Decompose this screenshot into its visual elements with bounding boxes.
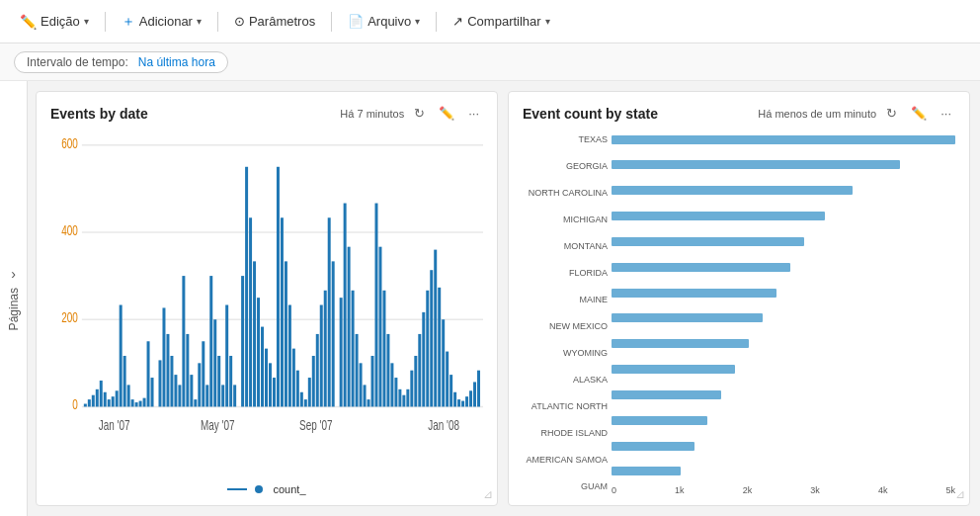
filter-value: Na última hora [138,55,215,69]
svg-rect-78 [371,356,374,406]
svg-rect-29 [170,356,173,406]
hbar-state-label: ALASKA [523,371,608,388]
chevron-down-icon-2: ▾ [197,16,202,27]
svg-rect-103 [469,390,472,406]
legend-dot [255,485,263,493]
svg-rect-36 [198,363,201,406]
svg-rect-28 [166,334,169,407]
hbar-x-label: 2k [743,485,753,495]
svg-rect-50 [257,298,260,406]
hbar-row [612,361,955,379]
svg-rect-13 [104,392,107,407]
hbar-row [612,335,955,353]
svg-rect-33 [186,334,189,407]
hbar-row [612,156,955,174]
toolbar: ✏️ Edição ▾ ＋ Adicionar ▾ ⊙ Parâmetros 📄… [0,0,980,43]
hbar-state-label: AMERICAN SAMOA [523,451,608,469]
separator-4 [436,12,437,32]
edit-icon-1[interactable]: ✏️ [435,104,458,123]
chart1-legend: count_ [50,483,483,495]
svg-rect-64 [312,356,315,406]
hbar-bar [612,442,694,451]
refresh-icon-1[interactable]: ↻ [410,104,429,123]
toolbar-share[interactable]: ↗ Compartilhar ▾ [445,10,557,33]
hbar-x-label: 5k [945,485,955,495]
svg-rect-60 [296,371,299,407]
svg-rect-23 [143,398,146,407]
svg-rect-67 [324,291,327,407]
svg-text:Sep '07: Sep '07 [299,417,332,433]
svg-text:600: 600 [61,135,78,151]
chevron-down-icon-3: ▾ [415,16,420,27]
plus-icon: ＋ [122,13,135,31]
svg-rect-56 [281,217,284,406]
svg-rect-69 [332,261,335,406]
svg-rect-102 [465,396,468,406]
more-icon-1[interactable]: ··· [464,104,483,123]
svg-rect-95 [438,288,441,407]
hbar-row [612,208,955,225]
hbar-bar [612,467,681,475]
separator-1 [105,12,106,32]
toolbar-add[interactable]: ＋ Adicionar ▾ [114,9,209,35]
svg-rect-87 [406,389,409,407]
hbar-bar [612,263,790,272]
hbar-row [612,258,955,276]
sidebar-toggle[interactable]: › Páginas [0,81,28,516]
hbar-bar [612,212,825,220]
toolbar-edit[interactable]: ✏️ Edição ▾ [12,10,97,34]
hbar-state-label: WYOMING [523,344,608,362]
hbar-chart-inner: TEXASGEORGIANORTH CAROLINAMICHIGANMONTAN… [523,130,955,495]
toolbar-add-label: Adicionar [139,14,193,29]
hbar-bar [612,365,735,374]
svg-rect-26 [159,360,162,406]
hbar-bar [612,390,721,399]
separator-2 [217,12,218,32]
svg-rect-35 [194,399,197,406]
hbar-row [612,411,955,429]
hbar-x-label: 4k [878,485,888,495]
time-filter-pill[interactable]: Intervalo de tempo: Na última hora [14,51,228,73]
refresh-icon-2[interactable]: ↻ [882,104,901,123]
resize-handle-2[interactable]: ⊿ [955,487,965,501]
hbar-state-label: RHODE ISLAND [523,424,608,442]
svg-rect-66 [320,305,323,407]
svg-rect-51 [261,327,264,407]
svg-rect-72 [348,247,351,407]
chart1-time: Há 7 minutos [340,108,404,120]
hbar-state-label: MAINE [523,291,608,308]
svg-rect-10 [92,395,95,407]
svg-rect-84 [394,378,397,406]
legend-label: count_ [273,483,305,495]
toolbar-params-label: Parâmetros [249,14,315,29]
svg-rect-70 [340,298,343,406]
edit-icon-2[interactable]: ✏️ [907,104,931,123]
toolbar-share-label: Compartilhar [467,14,540,29]
resize-handle-1[interactable]: ⊿ [483,487,493,501]
hbar-row [612,463,955,480]
toolbar-file[interactable]: 📄 Arquivo ▾ [340,10,428,33]
hbar-bar [612,237,804,246]
svg-rect-61 [300,392,303,407]
svg-rect-14 [108,399,111,406]
params-icon: ⊙ [234,14,245,29]
more-icon-2[interactable]: ··· [937,104,955,123]
svg-rect-43 [225,305,228,407]
svg-rect-11 [96,389,99,407]
chart2-title: Event count by state [523,106,658,122]
svg-rect-65 [316,334,319,407]
svg-rect-32 [182,276,185,406]
svg-text:200: 200 [61,309,78,325]
hbar-state-label: ATLANTIC NORTH [523,397,608,415]
svg-rect-30 [174,375,177,406]
svg-rect-38 [205,385,208,406]
hbar-state-label: TEXAS [523,130,608,148]
filter-bar: Intervalo de tempo: Na última hora [0,43,980,81]
file-icon: 📄 [348,14,364,29]
svg-rect-16 [116,390,119,406]
toolbar-params[interactable]: ⊙ Parâmetros [226,10,323,33]
svg-rect-49 [253,261,256,406]
svg-rect-92 [426,291,429,407]
svg-rect-62 [304,399,307,406]
hbar-state-label: GUAM [523,477,608,495]
